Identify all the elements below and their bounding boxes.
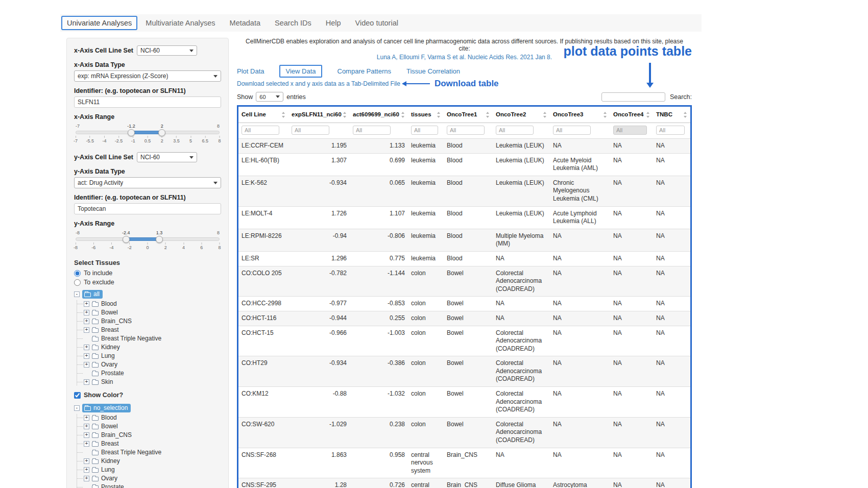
y-identifier-input[interactable] bbox=[74, 203, 221, 214]
nav-item[interactable]: Univariate Analyses bbox=[61, 16, 137, 30]
table-row[interactable]: CO:HCT-15 -0.966 -1.003 colon Bowel Colo… bbox=[238, 326, 690, 356]
tab[interactable]: Plot Data bbox=[237, 67, 264, 75]
column-filter-input[interactable] bbox=[353, 126, 391, 135]
column-header[interactable]: Cell Line bbox=[238, 107, 288, 123]
expand-icon[interactable]: + bbox=[84, 353, 89, 359]
expand-icon[interactable]: + bbox=[84, 345, 89, 350]
tab[interactable]: View Data bbox=[279, 65, 322, 78]
expand-icon[interactable]: + bbox=[84, 458, 89, 464]
column-header[interactable]: act609699_nci60 bbox=[350, 107, 408, 123]
sort-icon[interactable] bbox=[401, 112, 405, 118]
tree-item[interactable]: + Prostate bbox=[84, 483, 221, 488]
column-filter-input[interactable] bbox=[447, 126, 485, 135]
y-cell-line-set-select[interactable]: NCI-60 bbox=[137, 152, 197, 162]
nav-item[interactable]: Multivariate Analyses bbox=[139, 16, 221, 30]
tree-item[interactable]: + Breast Triple Negative bbox=[84, 335, 221, 342]
column-filter-input[interactable] bbox=[656, 126, 685, 135]
expand-icon[interactable]: + bbox=[84, 310, 89, 315]
tree-root-no-selection[interactable]: no_selection bbox=[82, 404, 131, 412]
tree-item[interactable]: + Breast bbox=[84, 440, 221, 447]
entries-per-page-select[interactable]: 60 bbox=[256, 92, 283, 102]
tree-item[interactable]: + Ovary bbox=[84, 475, 221, 482]
expand-icon[interactable]: + bbox=[84, 319, 89, 324]
x-identifier-input[interactable] bbox=[74, 96, 221, 108]
column-filter-input[interactable] bbox=[292, 126, 329, 135]
column-header[interactable]: OncoTree4 bbox=[610, 107, 653, 123]
table-row[interactable]: LE:MOLT-4 1.726 1.107 leukemia Blood Leu… bbox=[238, 206, 690, 229]
sort-icon[interactable] bbox=[603, 112, 607, 118]
table-row[interactable]: LE:SR 1.296 0.775 leukemia Blood NA NA N… bbox=[238, 251, 690, 266]
expand-icon[interactable]: + bbox=[84, 379, 89, 385]
expand-icon[interactable]: + bbox=[84, 476, 89, 481]
tree-item[interactable]: + Lung bbox=[84, 352, 221, 359]
column-filter-input[interactable] bbox=[613, 126, 647, 135]
tab[interactable]: Compare Patterns bbox=[337, 67, 392, 75]
y-data-type-select[interactable]: act: Drug Activity bbox=[74, 177, 221, 188]
table-row[interactable]: CO:SW-620 -1.029 0.238 colon Bowel Color… bbox=[238, 417, 690, 448]
table-row[interactable]: CO:COLO 205 -0.782 -1.144 colon Bowel Co… bbox=[238, 266, 690, 297]
slider-handle-high[interactable] bbox=[156, 236, 163, 243]
tree-item[interactable]: + Bowel bbox=[84, 423, 221, 430]
tree-item[interactable]: + Brain_CNS bbox=[84, 431, 221, 438]
expand-icon[interactable]: + bbox=[84, 467, 89, 473]
sort-icon[interactable] bbox=[683, 112, 687, 118]
tree-item[interactable]: + Bowel bbox=[84, 309, 221, 316]
column-header[interactable]: TNBC bbox=[653, 107, 690, 123]
expand-icon[interactable]: + bbox=[84, 301, 89, 307]
nav-item[interactable]: Metadata bbox=[224, 16, 267, 30]
x-range-slider[interactable]: -7 -1.2 2 8 -7-5.5-4-2.5-10.523.556.58 bbox=[76, 124, 220, 144]
nav-item[interactable]: Search IDs bbox=[269, 16, 318, 30]
column-header[interactable]: OncoTree2 bbox=[493, 107, 550, 123]
slider-handle-high[interactable] bbox=[158, 129, 165, 136]
table-row[interactable]: LE:K-562 -0.934 0.065 leukemia Blood Leu… bbox=[238, 176, 690, 206]
table-row[interactable]: CO:HCC-2998 -0.977 -0.853 colon Bowel NA… bbox=[238, 297, 690, 311]
table-row[interactable]: LE:CCRF-CEM 1.195 1.133 leukemia Blood L… bbox=[238, 139, 690, 154]
expand-icon[interactable]: + bbox=[84, 415, 89, 421]
tab[interactable]: Tissue Correlation bbox=[406, 67, 460, 75]
column-header[interactable]: OncoTree3 bbox=[550, 107, 610, 123]
tree-item[interactable]: + Lung bbox=[84, 466, 221, 473]
table-row[interactable]: CNS:SF-295 1.28 0.726 central nervous sy… bbox=[238, 478, 690, 488]
expand-icon[interactable]: + bbox=[84, 441, 89, 447]
column-filter-input[interactable] bbox=[411, 126, 438, 135]
collapse-icon[interactable]: - bbox=[74, 291, 80, 297]
nav-item[interactable]: Help bbox=[320, 16, 347, 30]
table-row[interactable]: LE:HL-60(TB) 1.307 0.699 leukemia Blood … bbox=[238, 153, 690, 176]
expand-icon[interactable]: + bbox=[84, 424, 89, 429]
slider-track[interactable] bbox=[76, 237, 220, 241]
show-color-checkbox[interactable] bbox=[74, 392, 81, 399]
column-header[interactable]: tissues bbox=[408, 107, 444, 123]
table-row[interactable]: CO:HCT-116 -0.944 0.255 colon Bowel NA N… bbox=[238, 311, 690, 326]
nav-item[interactable]: Video tutorial bbox=[349, 16, 404, 30]
search-input[interactable] bbox=[601, 92, 665, 102]
column-header[interactable]: OncoTree1 bbox=[444, 107, 493, 123]
sort-icon[interactable] bbox=[437, 112, 441, 118]
column-filter-input[interactable] bbox=[242, 126, 279, 135]
slider-handle-low[interactable] bbox=[128, 129, 135, 136]
column-filter-input[interactable] bbox=[496, 126, 534, 135]
expand-icon[interactable]: + bbox=[84, 362, 89, 368]
sort-icon[interactable] bbox=[281, 112, 285, 118]
tree-item[interactable]: + Skin bbox=[84, 378, 221, 385]
tree-item[interactable]: + Brain_CNS bbox=[84, 318, 221, 325]
tree-item[interactable]: + Blood bbox=[84, 300, 221, 307]
table-row[interactable]: CO:KM12 -0.88 -1.032 colon Bowel Colorec… bbox=[238, 387, 690, 418]
tree-item[interactable]: + Kidney bbox=[84, 344, 221, 351]
sort-icon[interactable] bbox=[543, 112, 547, 118]
slider-handle-low[interactable] bbox=[123, 236, 130, 243]
y-range-slider[interactable]: -8 -2.4 1.3 8 -8-6-4-202468 bbox=[76, 230, 220, 251]
exclude-radio[interactable] bbox=[74, 279, 81, 286]
include-radio[interactable] bbox=[74, 270, 81, 277]
table-row[interactable]: LE:RPMI-8226 -0.94 -0.806 leukemia Blood… bbox=[238, 229, 690, 251]
collapse-icon[interactable]: - bbox=[74, 405, 80, 411]
x-cell-line-set-select[interactable]: NCI-60 bbox=[137, 45, 197, 56]
expand-icon[interactable]: + bbox=[84, 432, 89, 438]
table-row[interactable]: CO:HT29 -0.934 -0.386 colon Bowel Colore… bbox=[238, 356, 690, 387]
slider-track[interactable] bbox=[76, 131, 220, 134]
sort-icon[interactable] bbox=[486, 112, 490, 118]
x-data-type-select[interactable]: exp: mRNA Expression (Z-Score) bbox=[74, 70, 221, 82]
column-filter-input[interactable] bbox=[553, 126, 591, 135]
tree-item[interactable]: + Ovary bbox=[84, 361, 221, 368]
tree-item[interactable]: + Prostate bbox=[84, 370, 221, 377]
tree-item[interactable]: + Kidney bbox=[84, 457, 221, 465]
